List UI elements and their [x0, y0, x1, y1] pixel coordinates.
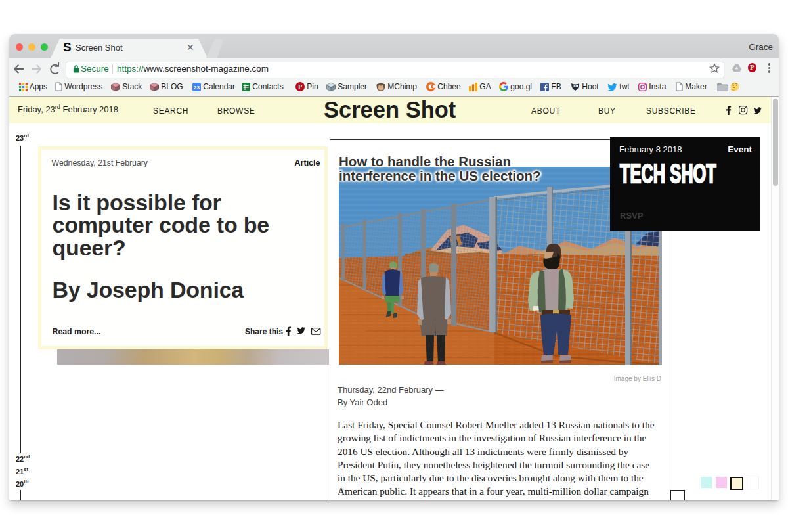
svg-text:23: 23 — [194, 85, 200, 91]
svg-text:P: P — [298, 83, 302, 91]
